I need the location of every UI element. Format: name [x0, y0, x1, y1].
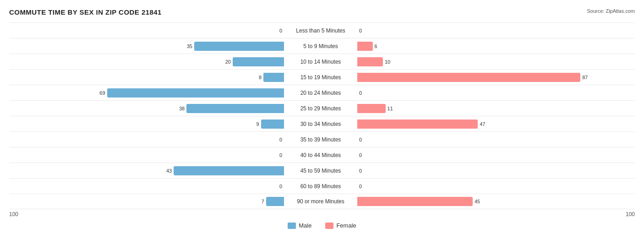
male-value: 20 [225, 59, 231, 65]
male-bar [186, 104, 284, 113]
table-row: 040 to 44 Minutes0 [9, 147, 635, 163]
chart-area: 0Less than 5 Minutes0355 to 9 Minutes620… [9, 22, 635, 209]
female-bar [357, 73, 580, 82]
male-bar-container: 69 [9, 85, 284, 100]
male-value: 38 [179, 106, 185, 111]
female-bar-container: 6 [357, 38, 632, 54]
male-bar-container: 0 [9, 132, 284, 147]
table-row: 3825 to 29 Minutes11 [9, 100, 635, 116]
female-value: 0 [359, 28, 362, 33]
female-bar-container: 0 [357, 179, 632, 194]
axis-right: 100 [626, 211, 635, 217]
male-legend-box [288, 223, 296, 229]
female-value: 0 [359, 168, 362, 174]
female-value: 0 [359, 137, 362, 142]
male-bar [261, 120, 284, 129]
male-bar-container: 43 [9, 163, 284, 178]
female-value: 45 [475, 199, 480, 204]
male-bar-container: 0 [9, 179, 284, 194]
row-label: 20 to 24 Minutes [284, 90, 357, 96]
table-row: 0Less than 5 Minutes0 [9, 22, 635, 38]
male-value: 7 [262, 199, 264, 204]
row-label: 25 to 29 Minutes [284, 105, 357, 112]
table-row: 815 to 19 Minutes87 [9, 69, 635, 85]
male-value: 0 [279, 137, 282, 142]
legend-female: Female [325, 222, 356, 229]
chart-title: COMMUTE TIME BY SEX IN ZIP CODE 21841 [9, 8, 162, 16]
female-value: 11 [387, 106, 393, 111]
female-value: 6 [375, 43, 377, 49]
row-label: 40 to 44 Minutes [284, 152, 357, 158]
female-value: 0 [359, 184, 362, 189]
female-bar-container: 0 [357, 23, 632, 38]
row-label: 45 to 59 Minutes [284, 168, 357, 174]
table-row: 790 or more Minutes45 [9, 194, 635, 209]
male-bar-container: 38 [9, 101, 284, 116]
table-row: 035 to 39 Minutes0 [9, 131, 635, 147]
row-label: 10 to 14 Minutes [284, 59, 357, 65]
female-bar-container: 10 [357, 54, 632, 69]
male-bar-container: 7 [9, 194, 284, 209]
female-value: 0 [359, 152, 362, 158]
row-label: 30 to 34 Minutes [284, 121, 357, 127]
male-bar [233, 57, 284, 66]
female-bar [357, 104, 386, 113]
male-bar [107, 88, 284, 98]
table-row: 6920 to 24 Minutes0 [9, 85, 635, 100]
female-bar [357, 57, 383, 66]
female-bar-container: 47 [357, 116, 632, 131]
male-bar-container: 8 [9, 70, 284, 85]
axis-labels: 100 100 [9, 211, 635, 217]
row-label: 35 to 39 Minutes [284, 136, 357, 143]
male-bar-container: 0 [9, 23, 284, 38]
table-row: 930 to 34 Minutes47 [9, 116, 635, 131]
male-bar-container: 20 [9, 54, 284, 69]
legend-male: Male [288, 222, 311, 229]
female-legend-box [325, 223, 333, 229]
female-value: 87 [582, 75, 588, 80]
male-value: 0 [279, 28, 282, 33]
male-bar [194, 42, 284, 51]
female-bar [357, 197, 473, 206]
chart-header: COMMUTE TIME BY SEX IN ZIP CODE 21841 So… [9, 8, 635, 16]
male-value: 9 [256, 121, 259, 127]
female-bar [357, 42, 373, 51]
chart-source: Source: ZipAtlas.com [587, 8, 635, 14]
female-bar-container: 0 [357, 132, 632, 147]
row-label: 90 or more Minutes [284, 198, 357, 205]
row-label: 15 to 19 Minutes [284, 74, 357, 81]
female-bar-container: 87 [357, 70, 632, 85]
male-value: 8 [259, 75, 262, 80]
axis-left: 100 [9, 211, 18, 217]
female-bar-container: 45 [357, 194, 632, 209]
male-bar-container: 0 [9, 147, 284, 163]
female-bar-container: 11 [357, 101, 632, 116]
female-value: 10 [385, 59, 390, 65]
male-value: 35 [187, 43, 192, 49]
male-bar [263, 73, 284, 82]
female-bar-container: 0 [357, 147, 632, 163]
table-row: 2010 to 14 Minutes10 [9, 54, 635, 69]
row-label: Less than 5 Minutes [284, 27, 357, 34]
table-row: 355 to 9 Minutes6 [9, 38, 635, 54]
table-row: 060 to 89 Minutes0 [9, 178, 635, 194]
female-bar-container: 0 [357, 85, 632, 100]
male-value: 69 [99, 90, 105, 96]
chart-container: COMMUTE TIME BY SEX IN ZIP CODE 21841 So… [0, 0, 644, 237]
table-row: 4345 to 59 Minutes0 [9, 163, 635, 178]
male-legend-label: Male [299, 222, 311, 229]
male-bar [174, 166, 284, 175]
row-label: 60 to 89 Minutes [284, 183, 357, 190]
male-bar-container: 9 [9, 116, 284, 131]
female-value: 0 [359, 90, 362, 96]
legend: Male Female [9, 222, 635, 229]
male-bar [266, 197, 284, 206]
female-bar [357, 120, 478, 129]
female-bar-container: 0 [357, 163, 632, 178]
row-label: 5 to 9 Minutes [284, 43, 357, 49]
male-value: 43 [166, 168, 172, 174]
male-value: 0 [279, 152, 282, 158]
male-value: 0 [279, 184, 282, 189]
female-legend-label: Female [336, 222, 356, 229]
male-bar-container: 35 [9, 38, 284, 54]
